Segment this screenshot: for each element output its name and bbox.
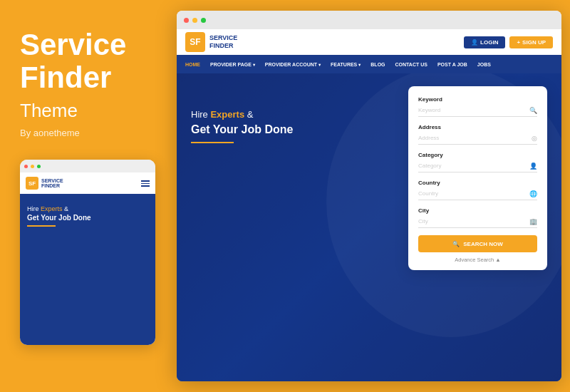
mobile-dot-green [37,165,41,168]
plus-icon: + [517,39,520,46]
chevron-up-icon: ▲ [495,257,500,263]
nav-blog[interactable]: BLOG [370,62,385,67]
address-field: Address Address ◎ [418,124,537,145]
country-input[interactable]: Country 🌐 [418,187,537,200]
browser-mockup: SF SERVICE FINDER 👤 LOGIN + SIGN UP [177,11,561,381]
building-icon: 🏢 [529,218,537,225]
keyword-field: Keyword Keyword 🔍 [418,96,537,117]
city-field: City City 🏢 [418,207,537,228]
browser-logo: SF SERVICE FINDER [185,32,237,52]
address-label: Address [418,124,537,130]
mobile-logo-icon: SF [26,177,38,190]
left-panel: Service Finder Theme By aonetheme SF SER… [0,0,171,392]
hero-line1: Hire Experts & [191,109,293,120]
country-label: Country [418,180,537,186]
mobile-hero-underline [27,225,56,227]
nav-contact[interactable]: CONTACT US [395,62,428,67]
browser-content: SF SERVICE FINDER 👤 LOGIN + SIGN UP [177,29,561,381]
app-title: Service Finder [20,29,151,94]
user-icon: 👤 [471,39,478,46]
search-icon: 🔍 [529,107,537,114]
app-author: By aonetheme [20,128,151,138]
category-icon: 👤 [529,163,537,170]
search-box: Keyword Keyword 🔍 Address Address ◎ [408,86,547,270]
mobile-menu-icon[interactable] [141,180,150,187]
hero-line2: Get Your Job Done [191,123,293,138]
app-subtitle: Theme [20,100,151,122]
browser-dot-green [201,18,206,23]
nav-home[interactable]: HOME [185,62,200,67]
mobile-dot-red [24,165,28,168]
browser-bar [177,11,561,29]
nav-arrow-provider-page: ▾ [253,62,255,67]
mobile-logo: SF SERVICE FINDER [26,177,63,190]
mobile-dot-yellow [31,165,34,168]
mobile-hero-text: Hire Experts & Get Your Job Done [20,194,155,222]
browser-navmenu: HOME PROVIDER PAGE ▾ PROVIDER ACCOUNT ▾ … [177,55,561,73]
search-now-button[interactable]: 🔍 SEARCH NOW [418,235,537,252]
advance-search-link[interactable]: Advance Search ▲ [418,257,537,263]
nav-arrow-provider-account: ▾ [318,62,321,67]
nav-features[interactable]: FEATURES ▾ [331,62,361,67]
country-field: Country Country 🌐 [418,180,537,200]
browser-topnav: SF SERVICE FINDER 👤 LOGIN + SIGN UP [177,29,561,55]
mobile-logo-text: SERVICE FINDER [41,178,63,189]
nav-provider-account[interactable]: PROVIDER ACCOUNT ▾ [265,62,321,67]
search-btn-icon: 🔍 [452,241,460,247]
browser-logo-icon: SF [185,32,205,52]
browser-dot-yellow [192,18,197,23]
mobile-nav: SF SERVICE FINDER [20,172,155,194]
auth-buttons: 👤 LOGIN + SIGN UP [464,36,553,48]
nav-post-job[interactable]: POST A JOB [437,62,467,67]
nav-jobs[interactable]: JOBS [477,62,491,67]
browser-dot-red [184,18,189,23]
address-input[interactable]: Address ◎ [418,132,537,145]
nav-provider-page[interactable]: PROVIDER PAGE ▾ [210,62,255,67]
city-input[interactable]: City 🏢 [418,215,537,228]
browser-hero: Hire Experts & Get Your Job Done Keyword… [177,73,561,381]
mobile-mockup: SF SERVICE FINDER Hire Experts & Get You… [20,160,155,345]
keyword-input[interactable]: Keyword 🔍 [418,104,537,117]
browser-logo-text: SERVICE FINDER [209,34,237,50]
globe-icon: 🌐 [529,190,537,197]
keyword-label: Keyword [418,96,537,103]
city-label: City [418,207,537,214]
hero-text: Hire Experts & Get Your Job Done [191,109,293,143]
category-field: Category Category 👤 [418,152,537,172]
hero-underline [191,142,234,143]
location-icon: ◎ [532,135,537,142]
nav-arrow-features: ▾ [358,62,361,67]
category-label: Category [418,152,537,158]
signup-button[interactable]: + SIGN UP [509,36,553,48]
login-button[interactable]: 👤 LOGIN [464,36,505,48]
mobile-content: SF SERVICE FINDER Hire Experts & Get You… [20,172,155,345]
mobile-browser-bar [20,160,155,172]
category-input[interactable]: Category 👤 [418,160,537,172]
